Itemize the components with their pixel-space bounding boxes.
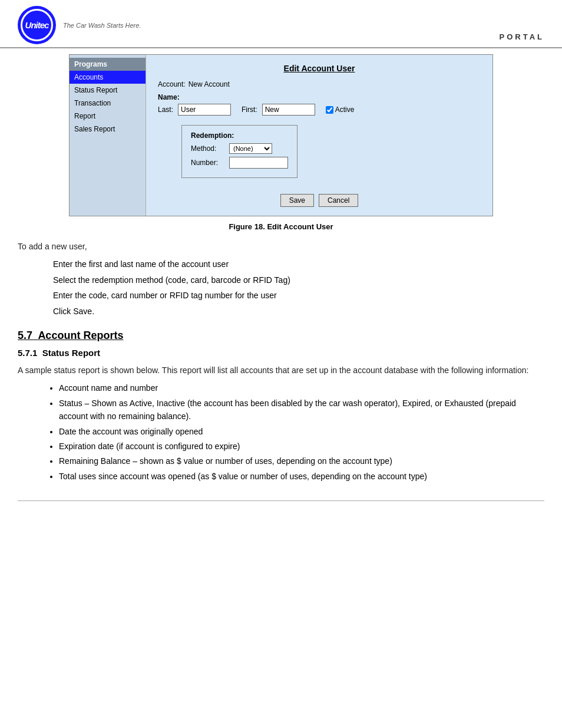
sidebar-item-sales-report[interactable]: Sales Report — [70, 123, 146, 136]
bullet-item: Account name and number — [59, 381, 544, 394]
last-label: Last: — [158, 106, 173, 114]
buttons-row: Save Cancel — [158, 194, 481, 207]
active-checkbox-area: Active — [326, 106, 355, 114]
redemption-title: Redemption: — [191, 131, 288, 140]
section-57-number: 5.7 — [18, 330, 32, 341]
save-button[interactable]: Save — [280, 194, 314, 207]
intro-text: To add a new user, — [18, 240, 544, 253]
logo-area: Unitec The Car Wash Starts Here. — [18, 6, 141, 44]
name-fields: Last: First: Active — [158, 104, 481, 116]
bullet-item: Status – Shown as Active, Inactive (the … — [59, 397, 544, 423]
sidebar: Programs Accounts Status Report Transact… — [70, 55, 146, 216]
step-1: Enter the first and last name of the acc… — [53, 258, 544, 271]
sidebar-item-status-report[interactable]: Status Report — [70, 84, 146, 97]
cancel-button[interactable]: Cancel — [319, 194, 358, 207]
sidebar-item-accounts[interactable]: Accounts — [70, 71, 146, 84]
page-content: Programs Accounts Status Report Transact… — [0, 54, 562, 501]
step-3: Enter the code, card number or RFID tag … — [53, 289, 544, 302]
logo-text: Unitec — [21, 9, 53, 41]
screenshot-frame: Programs Accounts Status Report Transact… — [69, 54, 493, 216]
redemption-box: Redemption: Method: (None) Code Card Bar… — [181, 125, 297, 178]
section-571-number: 5.7.1 — [18, 348, 37, 358]
bullet-list: Account name and number Status – Shown a… — [59, 381, 544, 483]
number-label: Number: — [191, 159, 229, 167]
sidebar-item-transaction[interactable]: Transaction — [70, 97, 146, 110]
active-checkbox[interactable] — [326, 106, 333, 114]
account-value: New Account — [189, 80, 230, 88]
section-57: 5.7 Account Reports — [18, 330, 544, 342]
active-label: Active — [335, 106, 355, 114]
portal-label: PORTAL — [500, 32, 544, 44]
status-report-intro: A sample status report is shown below. T… — [18, 364, 544, 377]
bullet-item: Expiration date (if account is configure… — [59, 440, 544, 453]
section-571-heading: 5.7.1 Status Report — [18, 348, 544, 358]
sidebar-item-report[interactable]: Report — [70, 110, 146, 123]
last-input[interactable] — [178, 104, 231, 116]
name-section: Name: Last: First: Active — [158, 93, 481, 116]
logo-tagline: The Car Wash Starts Here. — [63, 22, 141, 29]
sidebar-item-programs[interactable]: Programs — [70, 58, 146, 71]
bullet-item: Remaining Balance – shown as $ value or … — [59, 454, 544, 467]
bullet-item: Total uses since account was opened (as … — [59, 470, 544, 483]
first-label: First: — [242, 106, 257, 114]
bullet-item: Date the account was originally opened — [59, 425, 544, 438]
step-2: Select the redemption method (code, card… — [53, 274, 544, 286]
section-571-title: Status Report — [42, 348, 100, 358]
logo-icon: Unitec — [18, 6, 56, 44]
section-571: 5.7.1 Status Report — [18, 348, 544, 358]
number-row: Number: — [191, 157, 288, 169]
account-row: Account: New Account — [158, 80, 481, 88]
account-label: Account: — [158, 80, 186, 88]
first-input[interactable] — [262, 104, 315, 116]
name-label: Name: — [158, 93, 481, 101]
form-title: Edit Account User — [158, 64, 481, 73]
method-select[interactable]: (None) Code Card Barcode RFID Tag — [229, 143, 272, 154]
number-input[interactable] — [229, 157, 288, 169]
figure-caption: Figure 18. Edit Account User — [18, 222, 544, 231]
page-header: Unitec The Car Wash Starts Here. PORTAL — [0, 0, 562, 48]
section-57-title: Account Reports — [38, 330, 123, 341]
method-row: Method: (None) Code Card Barcode RFID Ta… — [191, 143, 288, 154]
step-4: Click Save. — [53, 305, 544, 318]
section-57-heading: 5.7 Account Reports — [18, 330, 544, 342]
bottom-rule — [18, 500, 544, 501]
method-label: Method: — [191, 144, 229, 153]
form-area: Edit Account User Account: New Account N… — [146, 55, 492, 216]
